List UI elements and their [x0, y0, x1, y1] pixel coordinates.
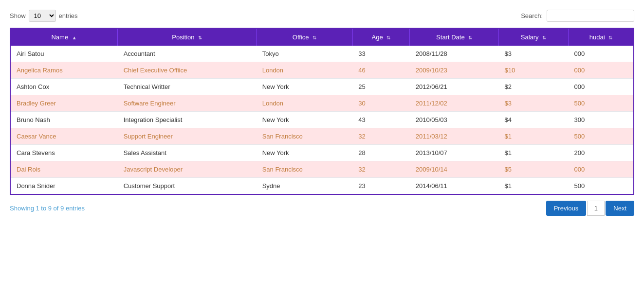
- table-row: Ashton CoxTechnical WritterNew York25201…: [10, 79, 634, 95]
- search-area: Search:: [521, 10, 634, 22]
- cell-position: Accountant: [118, 46, 257, 62]
- cell-office: Tokyo: [257, 46, 353, 62]
- cell-salary: $10: [499, 62, 569, 79]
- entries-label: entries: [59, 12, 78, 19]
- cell-salary: $3: [499, 95, 569, 112]
- cell-position: Support Engineer: [118, 128, 257, 145]
- cell-name: Ashton Cox: [10, 79, 118, 95]
- table-row: Bradley GreerSoftware EngineerLondon3020…: [10, 95, 634, 112]
- cell-salary: $1: [499, 178, 569, 195]
- col-hudai[interactable]: hudai ⇅: [568, 28, 634, 46]
- previous-button[interactable]: Previous: [546, 201, 587, 216]
- col-office[interactable]: Office ⇅: [257, 28, 353, 46]
- sort-name-icon: ▲: [72, 35, 77, 40]
- pagination: Previous 1 Next: [546, 201, 634, 216]
- show-label: Show: [10, 12, 26, 19]
- cell-position: Integration Specialist: [118, 112, 257, 128]
- cell-start_date: 2009/10/14: [410, 161, 499, 178]
- cell-hudai: 500: [568, 95, 634, 112]
- col-start-date[interactable]: Start Date ⇅: [410, 28, 499, 46]
- cell-hudai: 000: [568, 46, 634, 62]
- cell-office: London: [257, 62, 353, 79]
- show-entries-control: Show 10 25 50 100 entries: [10, 10, 78, 22]
- page-number: 1: [587, 201, 605, 216]
- cell-name: Angelica Ramos: [10, 62, 118, 79]
- col-salary[interactable]: Salary ⇅: [499, 28, 569, 46]
- cell-salary: $1: [499, 128, 569, 145]
- cell-hudai: 200: [568, 145, 634, 161]
- cell-position: Software Engineer: [118, 95, 257, 112]
- cell-position: Javascript Developer: [118, 161, 257, 178]
- cell-hudai: 000: [568, 161, 634, 178]
- cell-name: Airi Satou: [10, 46, 118, 62]
- cell-position: Chief Executive Offiice: [118, 62, 257, 79]
- showing-info: Showing 1 to 9 of 9 entries: [10, 205, 85, 212]
- col-position[interactable]: Position ⇅: [118, 28, 257, 46]
- cell-start_date: 2008/11/28: [410, 46, 499, 62]
- cell-hudai: 000: [568, 79, 634, 95]
- cell-salary: $4: [499, 112, 569, 128]
- table-row: Donna SniderCustomer SupportSydne232014/…: [10, 178, 634, 195]
- cell-age: 23: [352, 178, 410, 195]
- cell-salary: $2: [499, 79, 569, 95]
- cell-hudai: 300: [568, 112, 634, 128]
- cell-salary: $5: [499, 161, 569, 178]
- sort-office-icon: ⇅: [313, 35, 316, 40]
- cell-name: Caesar Vance: [10, 128, 118, 145]
- col-age[interactable]: Age ⇅: [352, 28, 410, 46]
- cell-age: 33: [352, 46, 410, 62]
- next-button[interactable]: Next: [606, 201, 634, 216]
- table-row: Angelica RamosChief Executive OffiiceLon…: [10, 62, 634, 79]
- cell-name: Dai Rois: [10, 161, 118, 178]
- cell-hudai: 500: [568, 128, 634, 145]
- col-name[interactable]: Name ▲: [10, 28, 118, 46]
- table-row: Bruno NashIntegration SpecialistNew York…: [10, 112, 634, 128]
- header-row: Name ▲ Position ⇅ Office ⇅ Age ⇅ Start D…: [10, 28, 634, 46]
- cell-position: Sales Assistant: [118, 145, 257, 161]
- table-row: Cara StevensSales AssistantNew York28201…: [10, 145, 634, 161]
- cell-age: 43: [352, 112, 410, 128]
- data-table: Name ▲ Position ⇅ Office ⇅ Age ⇅ Start D…: [10, 28, 634, 195]
- cell-office: Sydne: [257, 178, 353, 195]
- cell-age: 32: [352, 128, 410, 145]
- entries-select[interactable]: 10 25 50 100: [29, 10, 56, 22]
- search-label: Search:: [521, 12, 543, 19]
- cell-office: New York: [257, 112, 353, 128]
- sort-salary-icon: ⇅: [542, 35, 546, 40]
- cell-age: 46: [352, 62, 410, 79]
- cell-age: 28: [352, 145, 410, 161]
- table-header: Name ▲ Position ⇅ Office ⇅ Age ⇅ Start D…: [10, 28, 634, 46]
- sort-position-icon: ⇅: [198, 35, 202, 40]
- cell-start_date: 2013/10/07: [410, 145, 499, 161]
- cell-name: Bruno Nash: [10, 112, 118, 128]
- cell-start_date: 2014/06/11: [410, 178, 499, 195]
- cell-office: New York: [257, 145, 353, 161]
- cell-office: San Francisco: [257, 128, 353, 145]
- search-input[interactable]: [547, 10, 634, 22]
- cell-office: San Francisco: [257, 161, 353, 178]
- table-row: Dai RoisJavascript DeveloperSan Francisc…: [10, 161, 634, 178]
- sort-age-icon: ⇅: [386, 35, 390, 40]
- cell-name: Donna Snider: [10, 178, 118, 195]
- cell-age: 25: [352, 79, 410, 95]
- table-body: Airi SatouAccountantTokyo332008/11/28$30…: [10, 46, 634, 194]
- cell-start_date: 2011/12/02: [410, 95, 499, 112]
- sort-hudai-icon: ⇅: [608, 35, 612, 40]
- bottom-controls: Showing 1 to 9 of 9 entries Previous 1 N…: [10, 201, 634, 216]
- cell-age: 30: [352, 95, 410, 112]
- cell-name: Cara Stevens: [10, 145, 118, 161]
- cell-start_date: 2012/06/21: [410, 79, 499, 95]
- cell-salary: $1: [499, 145, 569, 161]
- cell-start_date: 2010/05/03: [410, 112, 499, 128]
- cell-position: Technical Writter: [118, 79, 257, 95]
- cell-age: 32: [352, 161, 410, 178]
- table-row: Airi SatouAccountantTokyo332008/11/28$30…: [10, 46, 634, 62]
- sort-startdate-icon: ⇅: [468, 35, 472, 40]
- cell-position: Customer Support: [118, 178, 257, 195]
- cell-name: Bradley Greer: [10, 95, 118, 112]
- cell-office: London: [257, 95, 353, 112]
- cell-start_date: 2011/03/12: [410, 128, 499, 145]
- table-row: Caesar VanceSupport EngineerSan Francisc…: [10, 128, 634, 145]
- cell-hudai: 500: [568, 178, 634, 195]
- cell-hudai: 000: [568, 62, 634, 79]
